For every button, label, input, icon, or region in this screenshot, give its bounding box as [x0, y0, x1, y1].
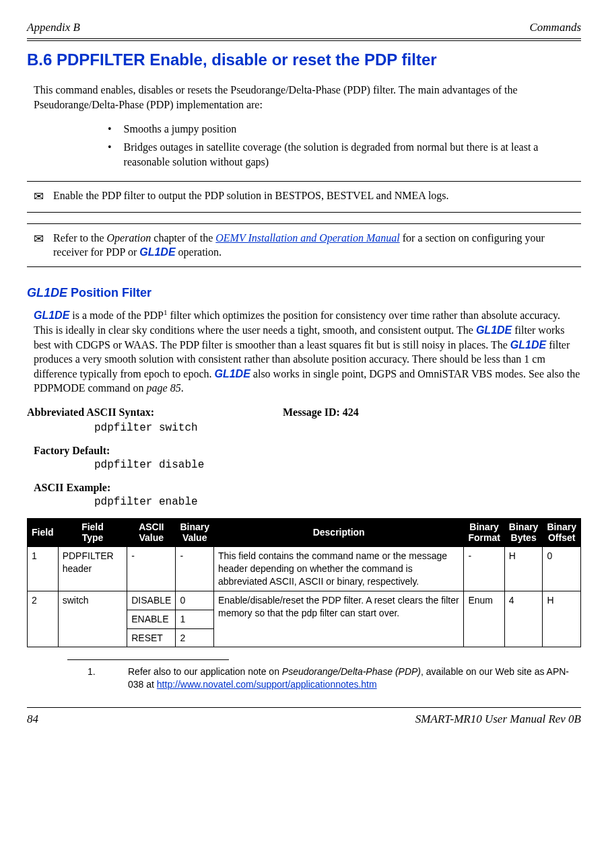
cell-description: This field contains the command name or …	[213, 547, 463, 591]
header-right: Commands	[529, 20, 581, 36]
text-fragment: operation.	[176, 246, 222, 258]
footer-manual-rev: SMART-MR10 User Manual Rev 0B	[415, 712, 581, 727]
glide-term: GL1DE	[476, 324, 512, 336]
cell-ascii-value: ENABLE	[127, 610, 176, 628]
header-rule	[27, 40, 581, 41]
table-row: 2 switch DISABLE 0 Enable/disable/reset …	[28, 591, 581, 610]
cell-binary-value: -	[176, 547, 214, 591]
list-item: Bridges outages in satellite coverage (t…	[108, 140, 581, 169]
cell-binary-format: -	[464, 547, 504, 591]
cell-field: 2	[28, 591, 59, 647]
subtitle-rest: Position Filter	[67, 286, 151, 299]
section-title: B.6 PDPFILTER Enable, disable or reset t…	[27, 49, 581, 71]
page-header: Appendix B Commands	[27, 20, 581, 39]
novatel-support-link[interactable]: http://www.novatel.com/support/applicati…	[157, 679, 377, 690]
th-field-type: FieldType	[58, 518, 127, 547]
th-binary-bytes: BinaryBytes	[504, 518, 543, 547]
text-fragment: .	[181, 382, 184, 394]
cell-binary-value: 0	[176, 591, 214, 610]
note-text: Refer to the Operation chapter of the OE…	[53, 231, 581, 260]
th-binary-format: BinaryFormat	[464, 518, 504, 547]
text-fragment: Refer to the	[53, 232, 107, 244]
text-fragment: chapter of the	[151, 232, 215, 244]
glide-term: GL1DE	[27, 286, 67, 299]
text-italic: Pseudorange/Delta-Phase (PDP)	[282, 666, 421, 677]
note-text: Enable the PDP filter to output the PDP …	[53, 188, 581, 205]
th-description: Description	[213, 518, 463, 547]
note-icon: ✉	[27, 188, 44, 205]
factory-default-command: pdpfilter disable	[94, 458, 581, 473]
table-header-row: Field FieldType ASCIIValue BinaryValue D…	[28, 518, 581, 547]
footnote: 1. Refer also to our application note on…	[88, 665, 581, 691]
list-item-text: Bridges outages in satellite coverage (t…	[124, 140, 581, 169]
glide-term: GL1DE	[139, 246, 175, 258]
list-item-text: Smooths a jumpy position	[124, 122, 237, 137]
table-row: 1 PDPFILTER header - - This field contai…	[28, 547, 581, 591]
text-fragment: Refer also to our application note on	[128, 666, 282, 677]
footnote-number: 1.	[88, 665, 101, 691]
note-block-2: ✉ Refer to the Operation chapter of the …	[27, 223, 581, 267]
cell-binary-bytes: H	[504, 547, 543, 591]
cell-ascii-value: DISABLE	[127, 591, 176, 610]
header-left: Appendix B	[27, 20, 80, 36]
cell-binary-value: 1	[176, 610, 214, 628]
cell-field: 1	[28, 547, 59, 591]
cell-binary-offset: 0	[543, 547, 581, 591]
th-field: Field	[28, 518, 59, 547]
advantages-list: Smooths a jumpy position Bridges outages…	[108, 122, 581, 170]
syntax-header-row: Abbreviated ASCII Syntax: Message ID: 42…	[27, 405, 581, 420]
cell-binary-offset: H	[543, 591, 581, 647]
cell-binary-format: Enum	[464, 591, 504, 647]
factory-default-label: Factory Default:	[34, 443, 581, 458]
syntax-label: Abbreviated ASCII Syntax:	[27, 405, 283, 420]
footnote-text: Refer also to our application note on Ps…	[128, 665, 581, 691]
text-italic: Operation	[107, 232, 151, 244]
link-text: OEMV Installation and Operation Manual	[215, 232, 399, 244]
subsection-body: GL1DE is a mode of the PDP1 filter which…	[34, 308, 581, 396]
cell-ascii-value: RESET	[127, 628, 176, 647]
cell-ascii-value: -	[127, 547, 176, 591]
glide-term: GL1DE	[510, 339, 546, 351]
ascii-example-command: pdpfilter enable	[94, 495, 581, 510]
th-ascii-value: ASCIIValue	[127, 518, 176, 547]
intro-paragraph: This command enables, disables or resets…	[34, 83, 581, 112]
subsection-title: GL1DE Position Filter	[27, 285, 581, 301]
th-binary-value: BinaryValue	[176, 518, 214, 547]
cell-binary-value: 2	[176, 628, 214, 647]
ascii-example-label: ASCII Example:	[34, 480, 581, 495]
th-binary-offset: BinaryOffset	[543, 518, 581, 547]
cell-field-type: switch	[58, 591, 127, 647]
footer-page-number: 84	[27, 712, 38, 727]
list-item: Smooths a jumpy position	[108, 122, 581, 137]
note-icon: ✉	[27, 231, 44, 260]
text-fragment: is a mode of the PDP	[69, 310, 164, 321]
oemv-manual-link[interactable]: OEMV Installation and Operation Manual	[215, 232, 399, 244]
parameters-table: Field FieldType ASCIIValue BinaryValue D…	[27, 518, 581, 648]
syntax-command: pdpfilter switch	[94, 421, 581, 436]
cell-binary-bytes: 4	[504, 591, 543, 647]
page-ref: page 85	[147, 382, 181, 394]
glide-term: GL1DE	[34, 310, 69, 321]
footnote-separator	[67, 659, 229, 660]
message-id: Message ID: 424	[283, 405, 359, 420]
page-footer: 84 SMART-MR10 User Manual Rev 0B	[27, 707, 581, 727]
note-block-1: ✉ Enable the PDP filter to output the PD…	[27, 181, 581, 212]
cell-field-type: PDPFILTER header	[58, 547, 127, 591]
glide-term: GL1DE	[214, 368, 250, 379]
cell-description: Enable/disable/reset the PDP filter. A r…	[213, 591, 463, 647]
